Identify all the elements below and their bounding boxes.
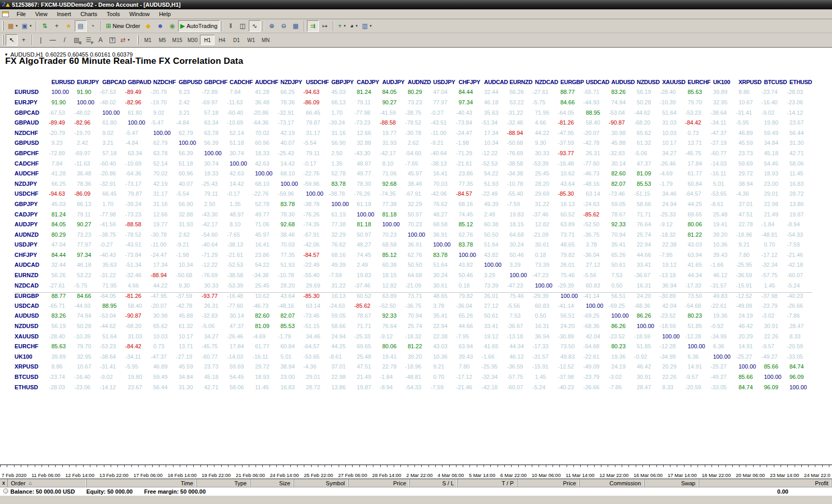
menu-item-help[interactable]: Help bbox=[154, 10, 176, 18]
correlation-cell: 85.63 bbox=[685, 89, 710, 95]
terminal-column-tp[interactable]: T / P bbox=[458, 479, 517, 487]
arrows-button[interactable]: ⇄▾ bbox=[118, 34, 132, 46]
fibonacci-button[interactable]: ☰F bbox=[83, 34, 95, 46]
new-order-button[interactable]: ⊞New Order bbox=[104, 20, 142, 32]
strategy-tester-button[interactable]: ◔ bbox=[87, 20, 99, 32]
chart-shift-button[interactable]: ↦ bbox=[319, 20, 331, 32]
terminal-column-swap[interactable]: Swap bbox=[645, 479, 699, 487]
vertical-line-button[interactable]: | bbox=[35, 34, 47, 46]
correlation-cell: 25.45 bbox=[252, 282, 278, 289]
equidistant-channel-button[interactable]: ▨E bbox=[71, 34, 83, 46]
terminal-column-sl[interactable]: S / L bbox=[410, 479, 458, 487]
candlestick-chart-button[interactable]: ◫ bbox=[237, 20, 249, 32]
timeframe-h1[interactable]: H1 bbox=[200, 35, 214, 45]
correlation-cell: 0.73 bbox=[685, 130, 710, 136]
correlation-cell: -53.65 bbox=[303, 353, 329, 360]
menu-item-charts[interactable]: Charts bbox=[76, 10, 102, 18]
connection-button[interactable]: ◉ bbox=[166, 20, 178, 32]
terminal-column-symbol[interactable]: Symbol bbox=[294, 479, 348, 487]
terminal-column-type[interactable]: Type bbox=[197, 479, 250, 487]
indicators-dropdown-icon[interactable]: ▾ bbox=[344, 24, 346, 28]
axis-date-label: 17 Mar 14:00 bbox=[668, 472, 697, 478]
menu-item-insert[interactable]: Insert bbox=[52, 10, 76, 18]
correlation-cell: -89.49 bbox=[49, 119, 74, 126]
correlation-cell: -28.40 bbox=[49, 333, 74, 339]
toolbar-grip[interactable] bbox=[2, 35, 4, 45]
text-button[interactable]: A bbox=[95, 34, 106, 46]
menu-item-view[interactable]: View bbox=[31, 10, 52, 18]
autotrading-button[interactable]: ▶AutoTrading bbox=[178, 20, 220, 32]
timeframe-w1[interactable]: W1 bbox=[244, 35, 258, 45]
correlation-cell: 34.46 bbox=[303, 333, 329, 339]
tile-windows-button[interactable]: ▦ bbox=[290, 20, 302, 32]
terminal-column-commission[interactable]: Commission bbox=[580, 479, 645, 487]
terminal-column-order[interactable]: Order△ bbox=[7, 479, 87, 487]
new-chart-dropdown-icon[interactable]: ▾ bbox=[16, 24, 18, 28]
mql-community-button[interactable]: ☻ bbox=[154, 20, 166, 32]
timeframe-m15[interactable]: M15 bbox=[170, 35, 185, 45]
correlation-cell: -78.52 bbox=[125, 231, 151, 238]
periods-dropdown-icon[interactable]: ▾ bbox=[356, 24, 358, 28]
menu-item-tools[interactable]: Tools bbox=[102, 10, 125, 18]
indicators-button[interactable]: +▾ bbox=[336, 20, 348, 32]
timeframe-d1[interactable]: D1 bbox=[229, 35, 244, 45]
trendline-button[interactable]: / bbox=[59, 34, 71, 46]
zoom-out-button[interactable]: ⊖ bbox=[278, 20, 290, 32]
correlation-cell: -25.43 bbox=[202, 181, 227, 187]
terminal-close-icon[interactable]: x bbox=[0, 479, 7, 487]
metaeditor-button[interactable]: ◆ bbox=[142, 20, 154, 32]
auto-scroll-button[interactable]: ⇉ bbox=[307, 20, 319, 32]
terminal-column-time[interactable]: Time bbox=[87, 479, 197, 487]
chart-window-icon[interactable] bbox=[2, 11, 9, 17]
toolbar-grip[interactable] bbox=[137, 35, 139, 45]
correlation-cell: 70.23 bbox=[380, 231, 405, 238]
timeframe-m5[interactable]: M5 bbox=[155, 35, 170, 45]
correlation-cell: -48.02 bbox=[74, 110, 100, 116]
terminal-column-size[interactable]: Size bbox=[250, 479, 294, 487]
menu-item-file[interactable]: File bbox=[12, 10, 31, 18]
mt4-logo-icon[interactable]: 2 bbox=[2, 2, 9, 8]
new-chart-button[interactable]: ▦▾ bbox=[6, 20, 20, 32]
profiles-dropdown-icon[interactable]: ▾ bbox=[30, 24, 32, 28]
crosshair-button[interactable]: + bbox=[18, 34, 30, 46]
profiles-button[interactable]: ▣▾ bbox=[20, 20, 34, 32]
bar-chart-button[interactable]: ‖ bbox=[225, 20, 237, 32]
templates-dropdown-icon[interactable]: ▾ bbox=[370, 24, 372, 28]
axis-date-label: 28 Feb 14:00 bbox=[372, 472, 401, 478]
market-watch-button[interactable]: ⇅ bbox=[39, 20, 51, 32]
correlation-cell: 8.10 bbox=[227, 221, 252, 227]
data-window-button[interactable]: + bbox=[51, 20, 63, 32]
new-chart-icon: ▦ bbox=[8, 23, 14, 29]
correlation-cell: 90.27 bbox=[74, 221, 100, 227]
line-chart-button[interactable]: ∿ bbox=[249, 20, 261, 32]
timeframe-m30[interactable]: M30 bbox=[185, 35, 200, 45]
terminal-column-price[interactable]: Price bbox=[517, 479, 580, 487]
arrows-dropdown-icon[interactable]: ▾ bbox=[128, 38, 130, 42]
zoom-in-button[interactable]: ⊕ bbox=[266, 20, 278, 32]
axis-date-label: 20 Mar 06:00 bbox=[736, 472, 765, 478]
timeframe-mn[interactable]: MN bbox=[258, 35, 273, 45]
correlation-cell: -20.79 bbox=[49, 130, 74, 136]
correlation-cell: 81.18 bbox=[354, 221, 380, 227]
navigator-button[interactable]: ★ bbox=[63, 20, 75, 32]
templates-button[interactable]: ▥▾ bbox=[360, 20, 374, 32]
menu-item-window[interactable]: Window bbox=[125, 10, 154, 18]
correlation-cell: 37.01 bbox=[329, 363, 354, 370]
correlation-cell: 24.20 bbox=[634, 292, 660, 299]
correlation-cell: -10.69 bbox=[227, 119, 252, 126]
horizontal-line-button[interactable]: — bbox=[47, 34, 59, 46]
text-label-button[interactable]: T bbox=[106, 34, 118, 46]
timeframe-m1[interactable]: M1 bbox=[141, 35, 155, 45]
free-margin-label: Free margin: 50 000.00 bbox=[144, 488, 206, 495]
timeframe-h4[interactable]: H4 bbox=[214, 35, 229, 45]
correlation-cell: 50.97 bbox=[405, 211, 431, 217]
periods-button[interactable]: ◕▾ bbox=[348, 20, 360, 32]
terminal-button[interactable]: ▤ bbox=[75, 20, 87, 32]
correlation-cell: 23.67 bbox=[125, 384, 151, 390]
correlation-cell: -46.73 bbox=[583, 170, 609, 176]
terminal-column-profit[interactable]: Profit bbox=[699, 479, 832, 487]
cursor-button[interactable]: ↖ bbox=[6, 34, 18, 46]
correlation-cell: 71.71 bbox=[634, 211, 660, 217]
toolbar-grip[interactable] bbox=[2, 21, 4, 31]
terminal-column-price[interactable]: Price bbox=[348, 479, 410, 487]
